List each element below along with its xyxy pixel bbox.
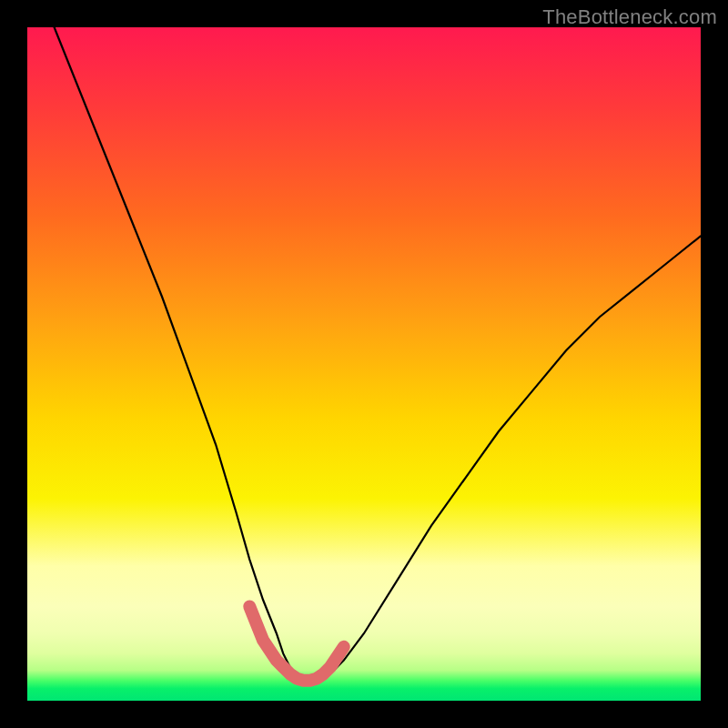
plot-area [27, 27, 701, 701]
bottleneck-curve-line [55, 27, 701, 681]
chart-svg [27, 27, 701, 701]
highlight-band-line [249, 606, 344, 680]
chart-frame: TheBottleneck.com [0, 0, 728, 728]
watermark-text: TheBottleneck.com [542, 5, 717, 29]
